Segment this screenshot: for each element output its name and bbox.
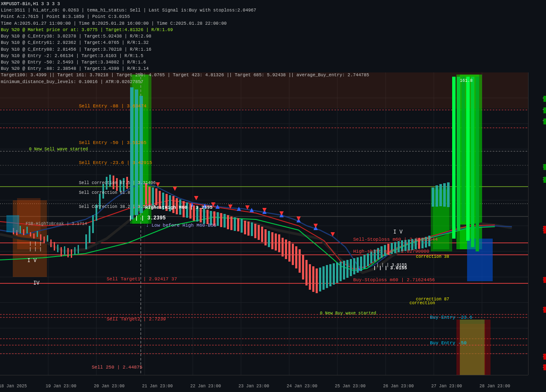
svg-rect-102	[119, 180, 121, 192]
svg-rect-161	[326, 265, 328, 288]
svg-rect-88	[67, 248, 69, 257]
watermark: MARKETZITRADE	[148, 179, 398, 213]
svg-rect-103	[123, 178, 125, 191]
svg-rect-101	[116, 178, 118, 191]
svg-rect-156	[309, 264, 311, 290]
svg-rect-145	[271, 232, 273, 249]
right-indicator-2b	[543, 364, 546, 370]
svg-rect-80	[40, 234, 41, 241]
svg-rect-170	[357, 257, 359, 273]
svg-text:I V: I V	[393, 229, 403, 235]
svg-rect-96	[99, 194, 101, 209]
svg-rect-163	[333, 263, 335, 285]
svg-text:Sell Entry -50 | 3.51265: Sell Entry -50 | 3.51265	[79, 140, 146, 145]
svg-rect-144	[268, 231, 270, 247]
svg-text:| | |: | | |	[29, 242, 42, 246]
svg-rect-173	[367, 254, 369, 266]
info-line5: Buy %10 @ C_Entry38: 3.02378 | Target:5.…	[1, 33, 369, 40]
svg-rect-99	[109, 175, 111, 187]
svg-marker-58	[296, 218, 301, 222]
svg-rect-48	[460, 320, 485, 375]
svg-rect-133	[230, 216, 232, 230]
svg-rect-49	[0, 72, 528, 109]
svg-rect-45	[467, 239, 493, 281]
svg-rect-135	[237, 218, 239, 231]
svg-rect-79	[37, 231, 38, 237]
svg-rect-148	[282, 238, 284, 257]
time-label-10: 28 Jan 23:00	[479, 384, 510, 389]
svg-text:| | | 3.2395: | | | 3.2395	[129, 215, 166, 221]
svg-rect-152	[295, 246, 297, 268]
svg-rect-98	[106, 177, 107, 190]
svg-text:I V: I V	[27, 258, 37, 264]
svg-rect-84	[54, 242, 55, 251]
svg-marker-62	[173, 187, 177, 191]
svg-text:| | | 3.0155: | | | 3.0155	[373, 265, 407, 271]
svg-rect-159	[319, 268, 321, 291]
right-indicator-3b	[543, 177, 546, 183]
title-line: XRPUSDT-Bin,H1 3 3 3 3	[1, 1, 369, 7]
svg-rect-43	[431, 187, 452, 251]
svg-marker-71	[331, 232, 335, 236]
svg-rect-164	[336, 262, 338, 283]
svg-rect-177	[380, 246, 383, 258]
svg-rect-72	[13, 228, 14, 234]
svg-rect-201	[443, 183, 446, 207]
svg-rect-78	[33, 233, 35, 239]
svg-text:↓ Low before High   M60-BOS: ↓ Low before High M60-BOS	[146, 223, 216, 228]
svg-rect-193	[457, 77, 460, 230]
svg-rect-40	[17, 198, 41, 249]
info-line8: Buy %10 @ Entry -2: 2.66134 | Target:3.6…	[1, 53, 369, 59]
svg-rect-176	[377, 248, 379, 259]
svg-text:Buy-Stoploss m60 | 2.71624456: Buy-Stoploss m60 | 2.71624456	[353, 277, 435, 282]
info-line7: Buy %10 @ C_Entry88: 2.81456 | Target:3.…	[1, 46, 369, 53]
svg-rect-167	[346, 260, 349, 278]
svg-rect-81	[44, 236, 45, 243]
svg-rect-93	[89, 226, 90, 243]
time-label-4: 22 Jan 23:00	[190, 384, 221, 389]
svg-marker-67	[262, 208, 267, 212]
svg-rect-124	[200, 208, 202, 222]
svg-text:High-shift m60 | 2.82790000: High-shift m60 | 2.82790000	[353, 249, 429, 254]
svg-rect-160	[322, 266, 325, 290]
svg-rect-195	[466, 77, 470, 241]
svg-rect-190	[425, 237, 427, 248]
svg-marker-56	[262, 210, 267, 214]
svg-rect-37	[130, 75, 151, 224]
svg-marker-59	[314, 226, 318, 230]
svg-rect-86	[61, 247, 62, 257]
svg-rect-82	[47, 235, 48, 242]
svg-marker-51	[190, 202, 194, 207]
svg-rect-178	[384, 245, 386, 256]
time-label-1: 19 Jan 23:00	[46, 384, 76, 389]
svg-rect-41	[456, 75, 482, 249]
svg-rect-186	[411, 239, 413, 250]
chart-container: XRPUSDT-Bin,H1 3 3 3 3 Line:3511 | h1_at…	[0, 0, 546, 392]
svg-rect-147	[278, 234, 280, 252]
right-indicator-2a	[543, 354, 546, 360]
time-label-7: 25 Jan 23:00	[335, 384, 366, 389]
svg-rect-100	[113, 176, 114, 189]
svg-marker-61	[156, 182, 160, 187]
right-indicator-3e	[543, 277, 546, 283]
svg-rect-123	[196, 207, 198, 222]
svg-rect-47	[460, 324, 485, 375]
info-line9: Buy %20 @ Entry -50: 2.5493 | Target:3.3…	[1, 59, 369, 66]
svg-text:Sell Target2 | 2.7239: Sell Target2 | 2.7239	[107, 317, 166, 322]
svg-rect-129	[217, 212, 219, 226]
info-line2: Point A:2.7615 | Point B:3.1859 | Point …	[1, 14, 369, 20]
svg-text:Buy Entry -50: Buy Entry -50	[430, 340, 467, 346]
time-label-8: 26 Jan 23:00	[383, 384, 414, 389]
svg-rect-122	[193, 205, 195, 221]
svg-text:| | | 3.0155: | | | 3.0155	[376, 263, 407, 268]
svg-marker-65	[228, 205, 232, 209]
svg-rect-126	[206, 210, 209, 224]
svg-rect-87	[64, 246, 65, 255]
right-indicator-3f	[543, 307, 546, 313]
svg-rect-150	[288, 241, 290, 262]
svg-rect-191	[428, 236, 430, 246]
svg-rect-97	[102, 184, 104, 199]
svg-rect-143	[264, 229, 267, 245]
svg-rect-171	[360, 257, 362, 271]
svg-rect-108	[145, 183, 147, 205]
